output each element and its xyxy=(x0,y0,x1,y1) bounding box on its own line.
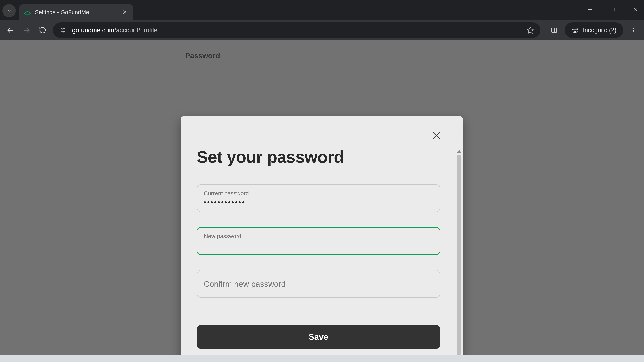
tab-search-button[interactable] xyxy=(2,4,16,17)
address-bar[interactable]: gofundme.com/account/profile xyxy=(53,22,540,38)
incognito-label: Incognito (2) xyxy=(583,27,616,34)
svg-point-19 xyxy=(576,31,578,33)
new-password-label: New password xyxy=(204,233,433,240)
svg-rect-6 xyxy=(611,8,614,11)
url-domain: gofundme.com xyxy=(72,27,114,34)
side-panel-button[interactable] xyxy=(548,24,560,36)
svg-rect-16 xyxy=(552,28,556,32)
set-password-modal: Set your password Current password New p… xyxy=(181,116,463,362)
window-close-button[interactable] xyxy=(630,4,641,15)
star-icon xyxy=(526,26,534,34)
confirm-password-field[interactable]: Confirm new password xyxy=(197,270,440,298)
current-password-field[interactable]: Current password xyxy=(197,184,440,212)
modal-title: Set your password xyxy=(197,148,440,166)
tab-title: Settings - GoFundMe xyxy=(35,9,122,15)
browser-menu-button[interactable] xyxy=(628,24,639,36)
svg-point-22 xyxy=(633,30,634,31)
arrow-right-icon xyxy=(22,26,30,34)
modal-body: Set your password Current password New p… xyxy=(181,148,456,362)
current-password-input[interactable] xyxy=(204,198,433,206)
panel-icon xyxy=(551,27,558,33)
svg-point-23 xyxy=(633,31,634,32)
back-button[interactable] xyxy=(5,24,16,36)
arrow-left-icon xyxy=(6,26,14,34)
url-text: gofundme.com/account/profile xyxy=(72,27,521,34)
close-icon xyxy=(431,130,442,141)
window-controls xyxy=(585,4,641,15)
os-taskbar xyxy=(0,355,644,362)
tune-icon xyxy=(60,27,66,34)
svg-point-12 xyxy=(62,28,63,29)
close-icon xyxy=(632,6,638,12)
chevron-down-icon xyxy=(6,8,12,13)
save-button[interactable]: Save xyxy=(197,325,440,349)
page-viewport: Password Set your password Current passw… xyxy=(0,40,644,355)
browser-toolbar: gofundme.com/account/profile Incognito (… xyxy=(0,20,644,40)
svg-point-21 xyxy=(633,28,634,29)
new-password-input[interactable] xyxy=(204,241,433,249)
current-password-label: Current password xyxy=(204,190,433,197)
window-maximize-button[interactable] xyxy=(608,4,618,15)
forward-button[interactable] xyxy=(21,24,32,36)
svg-point-18 xyxy=(573,31,575,33)
close-icon xyxy=(122,9,127,14)
url-path: /account/profile xyxy=(114,27,158,34)
new-tab-button[interactable] xyxy=(138,6,150,18)
incognito-indicator[interactable]: Incognito (2) xyxy=(564,22,623,38)
new-password-field[interactable]: New password xyxy=(197,227,440,255)
bookmark-button[interactable] xyxy=(526,26,534,34)
tab-strip: Settings - GoFundMe xyxy=(0,0,644,20)
incognito-icon xyxy=(571,26,579,34)
reload-icon xyxy=(39,26,46,34)
gofundme-favicon-icon xyxy=(24,9,31,15)
minimize-icon xyxy=(587,6,593,12)
maximize-icon xyxy=(610,7,616,12)
tab-close-button[interactable] xyxy=(122,9,128,15)
modal-scrollbar[interactable] xyxy=(457,150,462,362)
plus-icon xyxy=(141,9,147,15)
browser-chrome: Settings - GoFundMe xyxy=(0,0,644,40)
confirm-password-label: Confirm new password xyxy=(204,279,286,289)
reload-button[interactable] xyxy=(37,24,48,36)
window-minimize-button[interactable] xyxy=(585,4,596,15)
browser-tab[interactable]: Settings - GoFundMe xyxy=(19,4,133,20)
scroll-up-button[interactable] xyxy=(457,150,461,152)
site-info-button[interactable] xyxy=(59,26,67,34)
toolbar-right: Incognito (2) xyxy=(548,22,639,38)
svg-marker-15 xyxy=(527,27,534,33)
svg-point-14 xyxy=(63,31,64,32)
kebab-icon xyxy=(631,27,636,33)
modal-close-button[interactable] xyxy=(429,128,444,143)
scroll-thumb[interactable] xyxy=(457,155,461,362)
